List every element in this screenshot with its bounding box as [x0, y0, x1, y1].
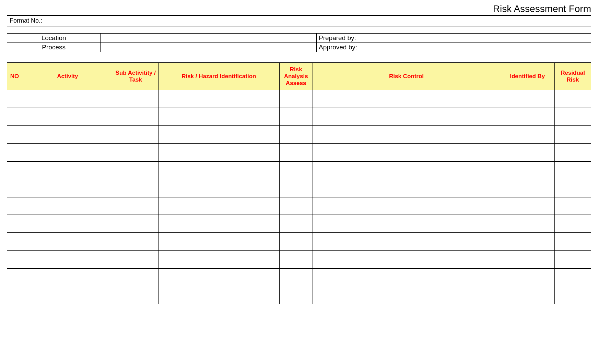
- cell-analysis[interactable]: [279, 251, 313, 268]
- cell-analysis[interactable]: [279, 144, 313, 161]
- cell-sub[interactable]: [113, 90, 158, 108]
- cell-identified[interactable]: [500, 197, 555, 215]
- cell-activity[interactable]: [22, 179, 113, 197]
- cell-no[interactable]: [7, 108, 22, 126]
- cell-activity[interactable]: [22, 286, 113, 304]
- cell-activity[interactable]: [22, 268, 113, 286]
- cell-activity[interactable]: [22, 126, 113, 144]
- cell-identified[interactable]: [500, 90, 555, 108]
- cell-control[interactable]: [313, 286, 500, 304]
- cell-residual[interactable]: [555, 90, 591, 108]
- cell-control[interactable]: [313, 233, 500, 251]
- col-header-residual: Residual Risk: [555, 63, 591, 90]
- cell-control[interactable]: [313, 197, 500, 215]
- table-row: [7, 161, 591, 179]
- cell-activity[interactable]: [22, 215, 113, 233]
- cell-identified[interactable]: [500, 161, 555, 179]
- cell-analysis[interactable]: [279, 161, 313, 179]
- cell-residual[interactable]: [555, 268, 591, 286]
- cell-identified[interactable]: [500, 286, 555, 304]
- cell-identified[interactable]: [500, 126, 555, 144]
- cell-analysis[interactable]: [279, 90, 313, 108]
- cell-sub[interactable]: [113, 233, 158, 251]
- cell-analysis[interactable]: [279, 233, 313, 251]
- cell-control[interactable]: [313, 251, 500, 268]
- cell-sub[interactable]: [113, 144, 158, 161]
- cell-activity[interactable]: [22, 144, 113, 161]
- cell-control[interactable]: [313, 215, 500, 233]
- cell-sub[interactable]: [113, 251, 158, 268]
- cell-residual[interactable]: [555, 144, 591, 161]
- cell-activity[interactable]: [22, 197, 113, 215]
- cell-residual[interactable]: [555, 215, 591, 233]
- cell-sub[interactable]: [113, 215, 158, 233]
- cell-control[interactable]: [313, 161, 500, 179]
- cell-no[interactable]: [7, 161, 22, 179]
- cell-control[interactable]: [313, 126, 500, 144]
- cell-sub[interactable]: [113, 268, 158, 286]
- cell-activity[interactable]: [22, 90, 113, 108]
- cell-activity[interactable]: [22, 251, 113, 268]
- cell-identified[interactable]: [500, 233, 555, 251]
- cell-no[interactable]: [7, 233, 22, 251]
- cell-sub[interactable]: [113, 161, 158, 179]
- cell-analysis[interactable]: [279, 215, 313, 233]
- cell-identified[interactable]: [500, 108, 555, 126]
- cell-activity[interactable]: [22, 108, 113, 126]
- cell-no[interactable]: [7, 144, 22, 161]
- cell-activity[interactable]: [22, 161, 113, 179]
- cell-no[interactable]: [7, 268, 22, 286]
- cell-identified[interactable]: [500, 268, 555, 286]
- cell-control[interactable]: [313, 268, 500, 286]
- cell-hazard[interactable]: [158, 90, 279, 108]
- cell-analysis[interactable]: [279, 108, 313, 126]
- cell-analysis[interactable]: [279, 286, 313, 304]
- cell-activity[interactable]: [22, 233, 113, 251]
- cell-control[interactable]: [313, 108, 500, 126]
- cell-hazard[interactable]: [158, 126, 279, 144]
- process-value[interactable]: [101, 43, 317, 52]
- cell-hazard[interactable]: [158, 233, 279, 251]
- cell-sub[interactable]: [113, 108, 158, 126]
- cell-residual[interactable]: [555, 233, 591, 251]
- cell-analysis[interactable]: [279, 268, 313, 286]
- cell-residual[interactable]: [555, 126, 591, 144]
- cell-no[interactable]: [7, 179, 22, 197]
- location-value[interactable]: [101, 34, 317, 43]
- cell-hazard[interactable]: [158, 179, 279, 197]
- cell-sub[interactable]: [113, 126, 158, 144]
- cell-analysis[interactable]: [279, 197, 313, 215]
- cell-residual[interactable]: [555, 286, 591, 304]
- cell-no[interactable]: [7, 251, 22, 268]
- cell-analysis[interactable]: [279, 179, 313, 197]
- cell-residual[interactable]: [555, 179, 591, 197]
- cell-hazard[interactable]: [158, 251, 279, 268]
- cell-hazard[interactable]: [158, 197, 279, 215]
- cell-identified[interactable]: [500, 251, 555, 268]
- cell-residual[interactable]: [555, 251, 591, 268]
- cell-sub[interactable]: [113, 286, 158, 304]
- cell-hazard[interactable]: [158, 268, 279, 286]
- cell-hazard[interactable]: [158, 161, 279, 179]
- cell-control[interactable]: [313, 90, 500, 108]
- cell-hazard[interactable]: [158, 144, 279, 161]
- cell-no[interactable]: [7, 197, 22, 215]
- cell-sub[interactable]: [113, 197, 158, 215]
- cell-hazard[interactable]: [158, 286, 279, 304]
- cell-control[interactable]: [313, 144, 500, 161]
- cell-identified[interactable]: [500, 179, 555, 197]
- cell-analysis[interactable]: [279, 126, 313, 144]
- cell-no[interactable]: [7, 126, 22, 144]
- cell-residual[interactable]: [555, 161, 591, 179]
- cell-identified[interactable]: [500, 144, 555, 161]
- cell-hazard[interactable]: [158, 108, 279, 126]
- cell-no[interactable]: [7, 215, 22, 233]
- cell-residual[interactable]: [555, 197, 591, 215]
- cell-control[interactable]: [313, 179, 500, 197]
- cell-no[interactable]: [7, 90, 22, 108]
- cell-sub[interactable]: [113, 179, 158, 197]
- cell-no[interactable]: [7, 286, 22, 304]
- cell-identified[interactable]: [500, 215, 555, 233]
- cell-hazard[interactable]: [158, 215, 279, 233]
- cell-residual[interactable]: [555, 108, 591, 126]
